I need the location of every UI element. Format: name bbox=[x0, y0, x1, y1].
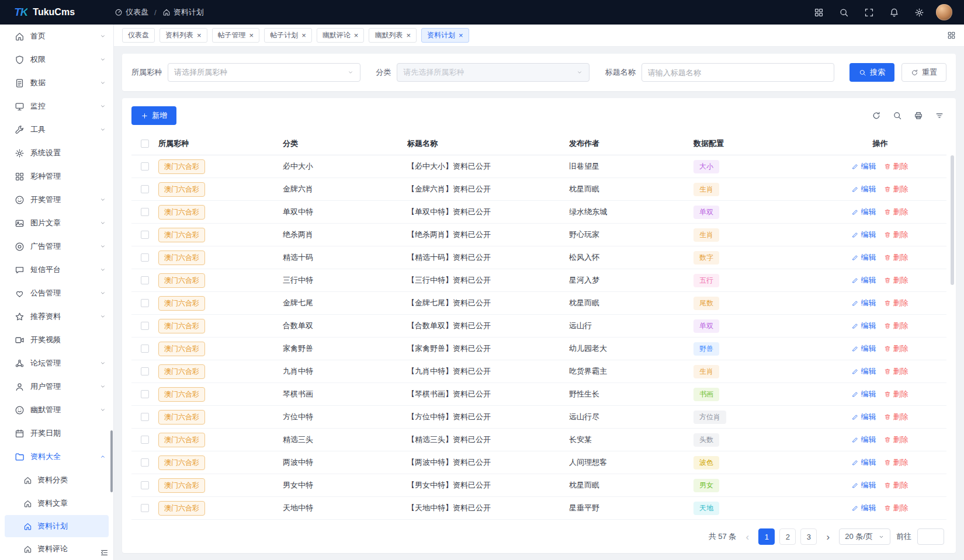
row-checkbox[interactable] bbox=[141, 231, 149, 239]
lottery-select[interactable]: 请选择所属彩种 bbox=[168, 63, 360, 82]
row-checkbox[interactable] bbox=[141, 208, 149, 216]
sidebar-subitem-资料文章[interactable]: 资料文章 bbox=[0, 492, 113, 515]
table-scrollbar[interactable] bbox=[951, 155, 954, 285]
delete-link[interactable]: 删除 bbox=[884, 184, 908, 194]
sidebar-item-幽默管理[interactable]: 幽默管理 bbox=[0, 398, 113, 422]
select-all-checkbox[interactable] bbox=[141, 140, 149, 148]
close-icon[interactable]: × bbox=[459, 32, 463, 39]
user-avatar[interactable] bbox=[936, 4, 952, 20]
sidebar-item-开奖日期[interactable]: 开奖日期 bbox=[0, 422, 113, 445]
delete-link[interactable]: 删除 bbox=[884, 252, 908, 263]
edit-link[interactable]: 编辑 bbox=[852, 480, 876, 491]
sidebar-item-彩种管理[interactable]: 彩种管理 bbox=[0, 165, 113, 188]
row-checkbox[interactable] bbox=[141, 276, 149, 284]
sidebar-subitem-资料分类[interactable]: 资料分类 bbox=[0, 468, 113, 492]
delete-link[interactable]: 删除 bbox=[884, 298, 908, 308]
column-settings-icon[interactable] bbox=[935, 111, 944, 120]
sidebar-item-广告管理[interactable]: 广告管理 bbox=[0, 235, 113, 258]
edit-link[interactable]: 编辑 bbox=[852, 457, 876, 468]
edit-link[interactable]: 编辑 bbox=[852, 161, 876, 172]
delete-link[interactable]: 删除 bbox=[884, 321, 908, 331]
tab-幽默列表[interactable]: 幽默列表× bbox=[369, 28, 417, 43]
tab-资料列表[interactable]: 资料列表× bbox=[159, 28, 207, 43]
edit-link[interactable]: 编辑 bbox=[852, 503, 876, 513]
sidebar-item-首页[interactable]: 首页 bbox=[0, 25, 113, 48]
title-input[interactable] bbox=[641, 63, 834, 82]
delete-link[interactable]: 删除 bbox=[884, 503, 908, 513]
edit-link[interactable]: 编辑 bbox=[852, 321, 876, 331]
sidebar-item-工具[interactable]: 工具 bbox=[0, 118, 113, 141]
row-checkbox[interactable] bbox=[141, 390, 149, 398]
search-icon[interactable] bbox=[893, 111, 902, 120]
sidebar-item-系统设置[interactable]: 系统设置 bbox=[0, 141, 113, 165]
tab-layout-icon[interactable] bbox=[947, 31, 956, 40]
row-checkbox[interactable] bbox=[141, 253, 149, 262]
edit-link[interactable]: 编辑 bbox=[852, 184, 876, 194]
sidebar-item-用户管理[interactable]: 用户管理 bbox=[0, 375, 113, 398]
delete-link[interactable]: 删除 bbox=[884, 457, 908, 468]
delete-link[interactable]: 删除 bbox=[884, 229, 908, 240]
next-page-icon[interactable]: › bbox=[823, 532, 833, 542]
edit-link[interactable]: 编辑 bbox=[852, 389, 876, 399]
sidebar-item-推荐资料[interactable]: 推荐资料 bbox=[0, 305, 113, 328]
sidebar-item-论坛管理[interactable]: 论坛管理 bbox=[0, 352, 113, 375]
edit-link[interactable]: 编辑 bbox=[852, 412, 876, 422]
edit-link[interactable]: 编辑 bbox=[852, 275, 876, 286]
tab-资料计划[interactable]: 资料计划× bbox=[421, 28, 469, 43]
apps-icon[interactable] bbox=[814, 8, 824, 18]
collapse-sidebar-icon[interactable] bbox=[100, 548, 109, 557]
close-icon[interactable]: × bbox=[197, 32, 202, 39]
edit-link[interactable]: 编辑 bbox=[852, 252, 876, 263]
close-icon[interactable]: × bbox=[354, 32, 359, 39]
print-icon[interactable] bbox=[914, 111, 923, 120]
delete-link[interactable]: 删除 bbox=[884, 207, 908, 217]
reset-button[interactable]: 重置 bbox=[901, 63, 946, 82]
sidebar-item-短信平台[interactable]: 短信平台 bbox=[0, 258, 113, 281]
page-button-3[interactable]: 3 bbox=[800, 528, 817, 545]
sidebar-scrollbar[interactable] bbox=[110, 430, 113, 492]
row-checkbox[interactable] bbox=[141, 458, 149, 467]
row-checkbox[interactable] bbox=[141, 481, 149, 489]
delete-link[interactable]: 删除 bbox=[884, 343, 908, 354]
tab-帖子管理[interactable]: 帖子管理× bbox=[212, 28, 260, 43]
prev-page-icon[interactable]: ‹ bbox=[742, 532, 753, 542]
page-size-select[interactable]: 20 条/页 bbox=[839, 528, 890, 545]
edit-link[interactable]: 编辑 bbox=[852, 229, 876, 240]
edit-link[interactable]: 编辑 bbox=[852, 366, 876, 377]
row-checkbox[interactable] bbox=[141, 436, 149, 444]
fullscreen-icon[interactable] bbox=[864, 8, 874, 18]
bell-icon[interactable] bbox=[889, 8, 899, 18]
sidebar-item-开奖视频[interactable]: 开奖视频 bbox=[0, 328, 113, 352]
sidebar-item-图片文章[interactable]: 图片文章 bbox=[0, 211, 113, 235]
delete-link[interactable]: 删除 bbox=[884, 389, 908, 399]
edit-link[interactable]: 编辑 bbox=[852, 343, 876, 354]
delete-link[interactable]: 删除 bbox=[884, 161, 908, 172]
breadcrumb-item[interactable]: 资料计划 bbox=[162, 7, 204, 18]
edit-link[interactable]: 编辑 bbox=[852, 207, 876, 217]
row-checkbox[interactable] bbox=[141, 367, 149, 375]
sidebar-item-监控[interactable]: 监控 bbox=[0, 95, 113, 118]
brand[interactable]: TK TukuCms bbox=[14, 6, 115, 19]
add-button[interactable]: 新增 bbox=[131, 106, 176, 125]
tab-幽默评论[interactable]: 幽默评论× bbox=[317, 28, 365, 43]
edit-link[interactable]: 编辑 bbox=[852, 434, 876, 445]
delete-link[interactable]: 删除 bbox=[884, 434, 908, 445]
row-checkbox[interactable] bbox=[141, 162, 149, 171]
refresh-icon[interactable] bbox=[872, 111, 881, 120]
sidebar-subitem-资料计划[interactable]: 资料计划 bbox=[5, 515, 109, 537]
sidebar-item-权限[interactable]: 权限 bbox=[0, 48, 113, 71]
delete-link[interactable]: 删除 bbox=[884, 366, 908, 377]
close-icon[interactable]: × bbox=[406, 32, 411, 39]
row-checkbox[interactable] bbox=[141, 504, 149, 512]
delete-link[interactable]: 删除 bbox=[884, 275, 908, 286]
row-checkbox[interactable] bbox=[141, 345, 149, 353]
page-button-1[interactable]: 1 bbox=[758, 528, 775, 545]
breadcrumb-item[interactable]: 仪表盘 bbox=[115, 7, 148, 18]
row-checkbox[interactable] bbox=[141, 299, 149, 307]
row-checkbox[interactable] bbox=[141, 185, 149, 193]
delete-link[interactable]: 删除 bbox=[884, 480, 908, 491]
sidebar-item-资料大全[interactable]: 资料大全 bbox=[0, 445, 113, 468]
tab-帖子计划[interactable]: 帖子计划× bbox=[264, 28, 312, 43]
sidebar-item-公告管理[interactable]: 公告管理 bbox=[0, 281, 113, 305]
edit-link[interactable]: 编辑 bbox=[852, 298, 876, 308]
